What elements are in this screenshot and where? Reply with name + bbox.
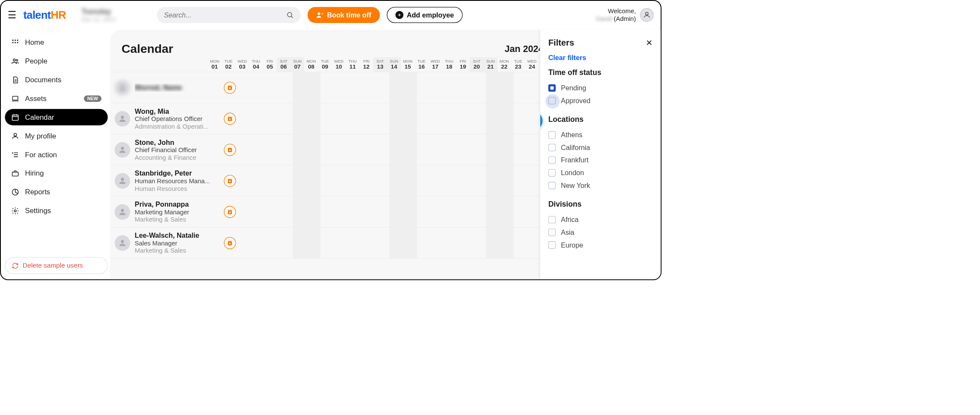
- svg-point-6: [12, 39, 14, 40]
- day-column: MON08: [304, 57, 318, 72]
- checkbox-label: London: [561, 169, 584, 177]
- location-california[interactable]: California: [548, 141, 653, 154]
- svg-point-10: [14, 42, 16, 43]
- checkbox[interactable]: [548, 144, 556, 152]
- svg-rect-32: [231, 85, 231, 86]
- checkbox[interactable]: [548, 216, 556, 224]
- sidebar-item-people[interactable]: People: [5, 53, 108, 69]
- menu-toggle[interactable]: ☰: [8, 9, 16, 21]
- laptop-icon: [11, 95, 19, 103]
- checkbox-label: Africa: [561, 216, 579, 224]
- location-london[interactable]: London: [548, 167, 653, 179]
- grid-icon: [11, 38, 19, 46]
- sidebar-item-label: Assets: [25, 94, 47, 103]
- location-athens[interactable]: Athens: [548, 129, 653, 141]
- sidebar-item-my-profile[interactable]: My profile: [5, 128, 108, 144]
- checkbox[interactable]: [548, 84, 556, 92]
- brand-logo[interactable]: talentHR: [23, 9, 66, 21]
- calendar-icon: [11, 113, 19, 121]
- refresh-icon: [12, 262, 19, 269]
- division-asia[interactable]: Asia: [548, 226, 653, 239]
- sidebar-item-calendar[interactable]: Calendar: [5, 109, 108, 125]
- svg-rect-16: [12, 96, 18, 100]
- svg-rect-52: [231, 209, 231, 210]
- global-search[interactable]: [157, 7, 301, 23]
- checkbox[interactable]: [548, 241, 556, 249]
- time-off-marker[interactable]: [224, 206, 236, 218]
- time-off-marker[interactable]: [224, 144, 236, 156]
- location-new-york[interactable]: New York: [548, 179, 653, 192]
- locations-section-title: Locations: [548, 115, 653, 124]
- checkbox[interactable]: [548, 97, 556, 104]
- person-name: Stone, John: [135, 138, 224, 146]
- plus-icon: [395, 11, 404, 19]
- sidebar-item-assets[interactable]: AssetsNEW: [5, 90, 108, 107]
- person-title: Chief Operations Officer: [135, 115, 224, 123]
- user-avatar[interactable]: [640, 8, 653, 22]
- close-icon[interactable]: ✕: [646, 38, 653, 47]
- person-dept: Marketing & Sales: [135, 247, 224, 254]
- day-column: FRI19: [456, 57, 470, 72]
- sidebar-item-reports[interactable]: Reports: [5, 184, 108, 200]
- brand-part1: talent: [23, 9, 51, 21]
- callout-marker: 1: [540, 108, 546, 134]
- checkbox[interactable]: [548, 169, 556, 177]
- day-column: THU04: [249, 57, 263, 72]
- svg-rect-26: [12, 172, 18, 176]
- svg-point-49: [121, 209, 124, 212]
- location-frankfurt[interactable]: Frankfurt: [548, 154, 653, 167]
- day-column: SAT20: [470, 57, 484, 72]
- add-employee-button[interactable]: Add employee: [387, 7, 462, 23]
- svg-line-1: [292, 16, 293, 17]
- division-europe[interactable]: Europe: [548, 239, 653, 251]
- clear-filters[interactable]: Clear filters: [548, 54, 586, 62]
- svg-rect-57: [231, 240, 231, 242]
- time-off-marker[interactable]: [224, 81, 236, 93]
- day-column: TUE23: [511, 57, 525, 72]
- sidebar-item-label: My profile: [25, 132, 56, 140]
- day-column: FRI05: [263, 57, 277, 72]
- svg-point-5: [645, 12, 648, 15]
- day-column: FRI12: [359, 57, 373, 72]
- sidebar-item-label: Home: [25, 38, 44, 47]
- person-avatar: [115, 111, 130, 126]
- people-icon: [11, 57, 19, 65]
- day-column: TUE09: [318, 57, 332, 72]
- delete-sample-users[interactable]: Delete sample users: [5, 257, 108, 274]
- time-off-marker[interactable]: [224, 237, 236, 249]
- day-column: SUN21: [484, 57, 497, 72]
- time-off-marker[interactable]: [224, 112, 236, 124]
- book-time-off-button[interactable]: Book time off: [307, 7, 380, 23]
- person-avatar: [115, 235, 130, 251]
- checkbox[interactable]: [548, 229, 556, 236]
- sidebar-item-documents[interactable]: Documents: [5, 72, 108, 88]
- filters-panel: 1 Filters ✕ Clear filters Time off statu…: [540, 30, 660, 280]
- svg-point-22: [14, 133, 17, 136]
- checkbox[interactable]: [548, 131, 556, 139]
- list-icon: [11, 150, 19, 159]
- day-column: WED17: [428, 57, 442, 72]
- division-africa[interactable]: Africa: [548, 213, 653, 226]
- sidebar-nav: HomePeopleDocumentsAssetsNEWCalendarMy p…: [1, 29, 110, 279]
- status-pending[interactable]: Pending: [548, 82, 653, 95]
- sidebar-item-hiring[interactable]: Hiring: [5, 165, 108, 181]
- book-time-off-label: Book time off: [327, 11, 371, 19]
- svg-point-44: [121, 178, 124, 181]
- checkbox[interactable]: [548, 156, 556, 164]
- checkbox[interactable]: [548, 182, 556, 190]
- welcome-name: David: [589, 15, 612, 23]
- search-input[interactable]: [164, 11, 287, 19]
- time-off-marker[interactable]: [224, 175, 236, 187]
- status-approved[interactable]: Approved: [548, 94, 653, 107]
- sidebar-item-label: Documents: [25, 76, 61, 84]
- sidebar-item-home[interactable]: Home: [5, 34, 108, 50]
- day-column: THU11: [346, 57, 359, 72]
- svg-rect-31: [229, 85, 229, 86]
- sidebar-item-settings[interactable]: Settings: [5, 202, 108, 219]
- search-icon: [286, 11, 294, 19]
- person-info: Blurred, Name: [135, 84, 224, 92]
- sidebar-item-for-action[interactable]: For action: [5, 147, 108, 163]
- current-user[interactable]: Welcome, David (Admin): [589, 8, 654, 23]
- person-info: Stone, JohnChief Financial OfficerAccoun…: [135, 138, 224, 161]
- day-column: TUE02: [221, 57, 235, 72]
